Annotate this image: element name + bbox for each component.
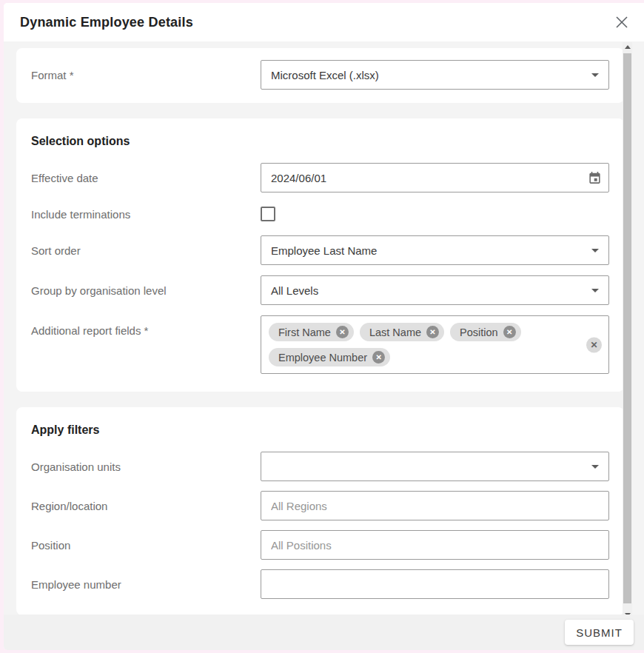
- employee-number-input[interactable]: [261, 569, 609, 599]
- effective-date-label: Effective date: [31, 172, 261, 184]
- chevron-down-icon: [591, 73, 599, 77]
- chip-remove-icon[interactable]: ✕: [426, 326, 439, 338]
- region-location-input[interactable]: [261, 491, 609, 520]
- sort-order-select-value: Employee Last Name: [271, 244, 377, 257]
- submit-button[interactable]: SUBMIT: [565, 620, 634, 645]
- chip-remove-icon[interactable]: ✕: [372, 351, 385, 364]
- close-button[interactable]: [611, 12, 632, 33]
- format-card: Format * Microsoft Excel (.xlsx): [16, 48, 624, 103]
- chip-remove-icon[interactable]: ✕: [503, 326, 516, 338]
- organisation-units-select[interactable]: [261, 452, 609, 481]
- clear-all-icon[interactable]: ✕: [586, 337, 602, 352]
- format-label: Format *: [31, 69, 261, 81]
- selection-options-card: Selection options Effective date Include…: [16, 118, 624, 392]
- scrollbar-thumb[interactable]: [623, 53, 631, 603]
- close-icon: [614, 15, 629, 30]
- chip-first-name: First Name ✕: [269, 323, 354, 341]
- format-select[interactable]: Microsoft Excel (.xlsx): [261, 60, 609, 90]
- additional-report-fields-multiselect[interactable]: First Name ✕ Last Name ✕ Position ✕ Em: [261, 315, 609, 374]
- additional-report-fields-label: Additional report fields *: [31, 324, 261, 337]
- dialog-header: Dynamic Employee Details: [4, 3, 644, 41]
- dialog-body: Format * Microsoft Excel (.xlsx) Selecti…: [4, 41, 644, 615]
- selection-options-heading: Selection options: [31, 135, 609, 148]
- format-select-value: Microsoft Excel (.xlsx): [271, 69, 379, 81]
- sort-order-label: Sort order: [31, 244, 261, 257]
- apply-filters-card: Apply filters Organisation units Region/…: [16, 407, 624, 615]
- chip-label: Position: [460, 326, 498, 338]
- include-terminations-checkbox[interactable]: [261, 207, 275, 221]
- chip-remove-icon[interactable]: ✕: [336, 326, 349, 338]
- chevron-down-icon: [591, 289, 599, 292]
- effective-date-input[interactable]: [261, 163, 609, 192]
- page-title: Dynamic Employee Details: [20, 15, 193, 30]
- group-by-org-level-select-value: All Levels: [271, 284, 318, 297]
- dynamic-employee-details-dialog: Dynamic Employee Details Format * Micros…: [4, 3, 644, 650]
- sort-order-select[interactable]: Employee Last Name: [261, 235, 609, 265]
- chip-position: Position ✕: [450, 323, 521, 341]
- chip-label: Employee Number: [278, 352, 367, 364]
- position-input[interactable]: [261, 530, 609, 560]
- chip-label: Last Name: [369, 326, 421, 338]
- position-label: Position: [31, 539, 261, 552]
- chevron-down-icon: [591, 465, 599, 469]
- vertical-scrollbar[interactable]: [623, 42, 632, 620]
- chip-employee-number: Employee Number ✕: [269, 348, 390, 366]
- chip-last-name: Last Name ✕: [360, 323, 444, 341]
- chevron-down-icon: [591, 249, 599, 252]
- employee-number-label: Employee number: [31, 578, 261, 591]
- scroll-up-arrow-icon[interactable]: [623, 42, 632, 52]
- chip-label: First Name: [278, 326, 331, 338]
- group-by-org-level-label: Group by organisation level: [31, 284, 261, 297]
- include-terminations-label: Include terminations: [31, 208, 261, 221]
- apply-filters-heading: Apply filters: [31, 423, 609, 437]
- group-by-org-level-select[interactable]: All Levels: [261, 275, 609, 305]
- calendar-icon[interactable]: [588, 171, 602, 185]
- organisation-units-label: Organisation units: [31, 461, 261, 473]
- region-location-label: Region/location: [31, 500, 261, 512]
- dialog-footer: SUBMIT: [4, 615, 644, 650]
